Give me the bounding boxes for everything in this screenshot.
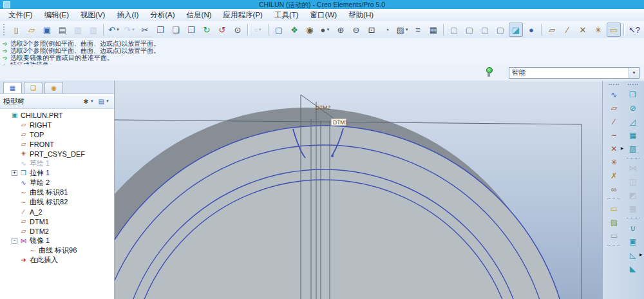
datum-points-display-button[interactable]: ▢ [478, 23, 492, 37]
dtm1-label[interactable]: DTM1 [333, 119, 348, 126]
plane-tag-display-button[interactable]: ▱ [545, 23, 559, 37]
menu-item-h[interactable]: 帮助(H) [343, 9, 379, 21]
tree-item[interactable]: -⋈镜像 1 [0, 236, 114, 246]
datum-curve-tool-button[interactable]: ∼ [606, 128, 621, 142]
datum-csys-display-button[interactable]: ▢ [493, 23, 507, 37]
tree-item[interactable]: ▱DTM1 [0, 217, 114, 226]
favorites-tab[interactable]: ◉ [44, 82, 63, 93]
zoom-in-button[interactable]: ⊕ [334, 23, 348, 37]
toolbar-drag-handle[interactable] [628, 84, 638, 85]
reorient-view-button[interactable]: ◔ [380, 23, 394, 37]
dtm2-label[interactable]: DTM2 [316, 104, 330, 111]
tree-item[interactable]: ∼曲线 标识96 [0, 246, 114, 255]
tree-item[interactable]: ∕A_2 [0, 207, 114, 217]
print-button[interactable]: ▤ [55, 23, 70, 37]
tree-show-button[interactable]: ▤ ▼ [97, 97, 111, 106]
menu-item-f[interactable]: 文件(F) [3, 9, 39, 21]
surface-finish-tool-button[interactable]: ▨ [606, 215, 621, 229]
note-tool-button[interactable]: ▭ [606, 202, 621, 215]
datum-point-tool-button[interactable]: ✕▶ [606, 142, 621, 155]
tree-item[interactable]: ▱FRONT [0, 139, 114, 149]
context-help-button[interactable]: ↖? [627, 23, 641, 37]
layers-button[interactable]: ≡ [411, 23, 425, 37]
menu-item-w[interactable]: 窗口(W) [305, 9, 343, 21]
tree-item[interactable]: ∿草绘 2 [0, 178, 114, 188]
sketch-tool-button[interactable]: ∿ [606, 88, 621, 101]
datum-plane-tool-button[interactable]: ▱ [606, 101, 621, 115]
datum-target-tool-button[interactable]: ∞ [606, 182, 621, 196]
menu-item-e[interactable]: 编辑(E) [39, 9, 75, 21]
tree-item[interactable]: ▣CHILUN.PRT [0, 110, 114, 120]
datum-csys-tool-button[interactable]: ✳ [606, 155, 621, 169]
shading-display-button[interactable]: ◪ [509, 23, 523, 37]
cut-button[interactable]: ✂ [138, 23, 152, 37]
tree-settings-button[interactable]: ✱ ▼ [82, 97, 95, 106]
sweep-tool-button[interactable]: ◿ [625, 115, 641, 128]
csys-tag-display-button[interactable]: ✳ [591, 23, 605, 37]
tree-item[interactable]: +❒拉伸 1 [0, 168, 114, 178]
curve-vertex-point[interactable] [331, 155, 334, 157]
shell-tool-button[interactable]: ∪ [625, 221, 641, 235]
draft-tool-button[interactable]: ◺▶ [625, 248, 641, 262]
menu-item-i[interactable]: 插入(I) [111, 9, 144, 21]
view-manager-button[interactable]: ▦ [426, 23, 440, 37]
graphics-viewport[interactable]: DTM2 DTM1 [115, 81, 602, 299]
toolbar-drag-handle[interactable] [609, 84, 619, 85]
new-file-button[interactable]: ▯ [9, 23, 23, 37]
selection-filter-dropdown-button[interactable]: ▼ [629, 68, 639, 78]
extrude-tool-button[interactable]: ❒ [625, 88, 641, 101]
display-style-button[interactable]: ●▼ [318, 23, 332, 37]
repaint-button[interactable]: ▢ [272, 23, 286, 37]
expander-minus-icon[interactable]: - [12, 238, 17, 244]
menu-item-p[interactable]: 应用程序(P) [218, 9, 269, 21]
undo-button[interactable]: ↶▼ [107, 23, 121, 37]
save-file-button[interactable]: ▣ [40, 23, 54, 37]
paste-button[interactable]: ❑ [169, 23, 183, 37]
orient-mode-button[interactable]: ◉ [303, 23, 317, 37]
tree-item[interactable]: ∿草绘 1 [0, 159, 114, 168]
tree-item[interactable]: ▱TOP [0, 130, 114, 139]
selection-filter-combobox[interactable]: 智能 ▼ [509, 67, 639, 79]
spin-center-display-button[interactable]: ● [524, 23, 538, 37]
menu-item-a[interactable]: 分析(A) [144, 9, 180, 21]
expander-plus-icon[interactable]: + [12, 170, 17, 176]
datum-axes-display-button[interactable]: ▢ [462, 23, 477, 37]
tree-item[interactable]: ∼曲线 标识81 [0, 188, 114, 197]
menu-item-t[interactable]: 工具(T) [269, 9, 305, 21]
spin-center-mode-button[interactable]: ❖ [287, 23, 301, 37]
style-tool-button[interactable]: ▧ [625, 142, 641, 155]
layer-tree-tab[interactable]: ❏ [24, 82, 43, 93]
tree-item[interactable]: ➜在此插入 [0, 255, 114, 265]
saved-views-button[interactable]: ▨▼ [395, 23, 410, 37]
regenerate-manager-button[interactable]: ↺ [215, 23, 229, 37]
tree-item[interactable]: ▱RIGHT [0, 120, 114, 130]
graphics-canvas[interactable]: DTM2 DTM1 [115, 81, 602, 299]
dropdown-arrow-icon[interactable]: ▼ [326, 28, 330, 32]
offset-point-tool-button[interactable]: ✗ [606, 169, 621, 182]
flyout-arrow-icon[interactable]: ▶ [639, 253, 643, 256]
menu-item-n[interactable]: 信息(N) [181, 9, 218, 21]
dropdown-arrow-icon[interactable]: ▼ [405, 28, 409, 32]
point-tag-display-button[interactable]: ✕ [576, 23, 590, 37]
axis-tag-display-button[interactable]: ∕ [560, 23, 574, 37]
menu-item-v[interactable]: 视图(V) [75, 9, 111, 21]
annotation-display-button[interactable]: ▭ [607, 23, 621, 37]
paste-special-button[interactable]: ❒ [184, 23, 198, 37]
round-tool-button[interactable]: ◣ [625, 262, 641, 275]
boundary-blend-tool-button[interactable]: ▦ [625, 128, 641, 142]
toolbar-drag-handle[interactable] [3, 24, 6, 35]
find-button[interactable]: ⊙ [231, 23, 245, 37]
copy-button[interactable]: ❐ [153, 23, 167, 37]
tree-item[interactable]: ∼曲线 标识82 [0, 197, 114, 207]
revolve-tool-button[interactable]: ⊘ [625, 101, 641, 115]
zoom-out-button[interactable]: ⊖ [349, 23, 363, 37]
datum-planes-display-button[interactable]: ▢ [447, 23, 461, 37]
tree-item[interactable]: ▱DTM2 [0, 226, 114, 236]
dropdown-arrow-icon[interactable]: ▼ [116, 28, 120, 32]
model-tree-tab[interactable]: ▦ [3, 82, 22, 93]
flyout-arrow-icon[interactable]: ▶ [621, 146, 624, 150]
regenerate-button[interactable]: ↻ [200, 23, 214, 37]
geometric-tolerance-tool-button[interactable]: ▭ [606, 229, 621, 242]
rib-tool-button[interactable]: ▣ [625, 235, 641, 248]
open-file-button[interactable]: ▱ [24, 23, 39, 37]
